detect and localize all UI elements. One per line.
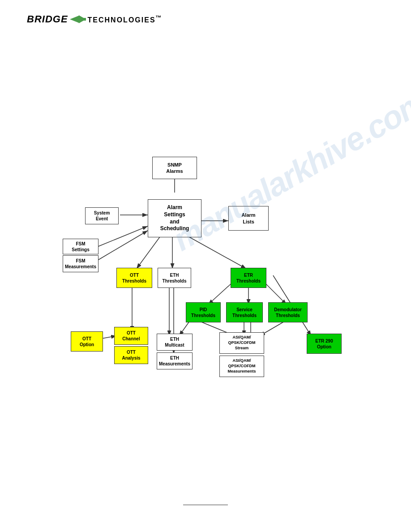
asi-measurements-label: ASI/QAM/QPSK/COFDMMeasurements — [227, 358, 256, 374]
ott-analysis-box: OTTAnalysis — [114, 346, 148, 364]
logo-tech-text: TECHNOLOGIES™ — [88, 14, 163, 24]
arrows-svg — [58, 157, 363, 394]
ott-channel-box: OTTChannel — [114, 327, 148, 345]
diagram-container: SNMPAlarms AlarmSettingsandScheduling Al… — [58, 157, 363, 394]
alarm-lists-box: AlarmLists — [228, 206, 269, 231]
footer-divider — [183, 505, 228, 505]
system-event-label: SystemEvent — [94, 210, 110, 222]
ott-thresholds-label: OTTThresholds — [122, 272, 146, 284]
fsm-measurements-label: FSMMeasurements — [65, 258, 96, 270]
svg-line-7 — [137, 235, 161, 269]
snmp-alarms-box: SNMPAlarms — [152, 157, 197, 179]
ott-channel-label: OTTChannel — [122, 330, 140, 342]
svg-line-9 — [186, 235, 246, 269]
fsm-settings-label: FSMSettings — [72, 241, 89, 253]
fsm-measurements-box: FSMMeasurements — [63, 255, 98, 272]
logo-header: BRIDGE TECHNOLOGIES™ — [27, 13, 163, 25]
svg-line-5 — [98, 231, 148, 260]
etr-290-option-box: ETR 290Option — [307, 334, 342, 354]
ott-thresholds-box: OTTThresholds — [116, 268, 152, 288]
demodulator-thresholds-box: DemodulatorThresholds — [268, 302, 308, 322]
logo-bridge-text: BRIDGE — [27, 13, 68, 25]
pid-thresholds-box: PIDThresholds — [186, 302, 221, 322]
logo-arrow-icon — [70, 15, 86, 24]
eth-thresholds-box: ETHThresholds — [158, 268, 191, 288]
eth-measurements-box: ETHMeasurements — [157, 352, 193, 369]
alarm-settings-label: AlarmSettingsandScheduling — [160, 204, 189, 232]
alarm-settings-box: AlarmSettingsandScheduling — [148, 199, 201, 237]
alarm-lists-label: AlarmLists — [241, 212, 255, 225]
eth-multicast-box: ETHMulticast — [157, 334, 193, 351]
ott-option-box: OTTOption — [71, 331, 103, 352]
svg-line-10 — [208, 282, 233, 305]
eth-multicast-label: ETHMulticast — [165, 336, 184, 348]
svg-line-4 — [98, 226, 148, 246]
eth-thresholds-label: ETHThresholds — [163, 272, 187, 284]
etr-290-option-label: ETR 290Option — [315, 338, 333, 350]
ott-option-label: OTTOption — [80, 336, 94, 348]
demodulator-thresholds-label: DemodulatorThresholds — [274, 307, 302, 318]
asi-stream-box: ASI/QAM/QPSK/COFDMStream — [219, 332, 264, 354]
eth-measurements-label: ETHMeasurements — [159, 355, 190, 367]
service-thresholds-label: ServiceThresholds — [232, 307, 257, 318]
etr-thresholds-box: ETRThresholds — [231, 268, 266, 288]
snmp-alarms-label: SNMPAlarms — [166, 162, 183, 175]
pid-thresholds-label: PIDThresholds — [191, 307, 215, 318]
svg-line-12 — [264, 282, 287, 305]
ott-analysis-label: OTTAnalysis — [122, 349, 140, 361]
etr-thresholds-label: ETRThresholds — [236, 272, 261, 284]
asi-stream-label: ASI/QAM/QPSK/COFDMStream — [228, 335, 255, 351]
asi-measurements-box: ASI/QAM/QPSK/COFDMMeasurements — [219, 356, 264, 377]
service-thresholds-box: ServiceThresholds — [226, 302, 263, 322]
svg-marker-0 — [79, 15, 86, 23]
fsm-settings-box: FSMSettings — [63, 239, 98, 254]
system-event-box: SystemEvent — [85, 207, 119, 224]
